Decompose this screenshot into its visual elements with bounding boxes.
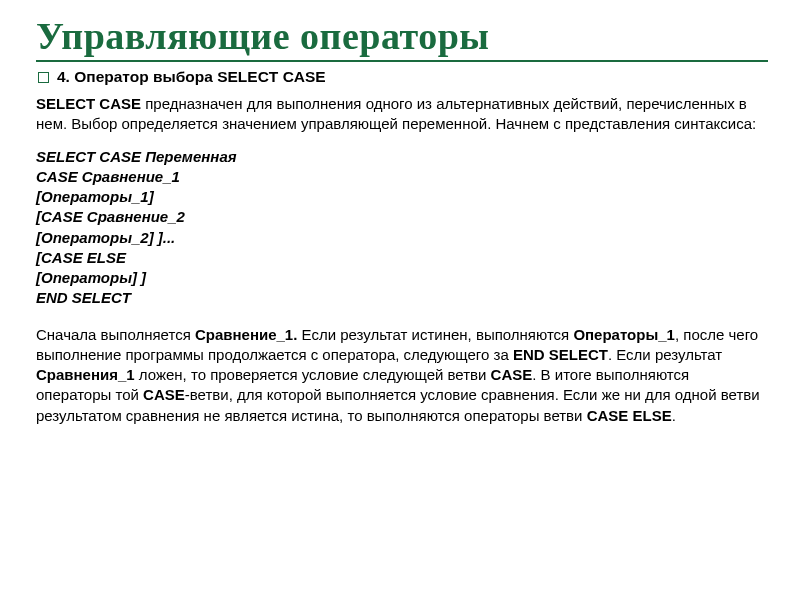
intro-lead: SELECT CASE [36,95,141,112]
expl-text: Если результат истинен, выполняются [297,326,573,343]
expl-text: ложен, то проверяется условие следующей … [135,366,491,383]
syntax-line: [Операторы_1] [36,187,768,207]
syntax-line: CASE Сравнение_1 [36,167,768,187]
expl-text: CASE [143,386,185,403]
intro-rest: предназначен для выполнения одного из ал… [36,95,756,132]
syntax-line: [Операторы] ] [36,268,768,288]
syntax-block: SELECT CASE Переменная CASE Сравнение_1 … [36,147,768,309]
explanation-paragraph: Сначала выполняется Сравнение_1. Если ре… [36,325,768,426]
expl-text: . Если результат [608,346,722,363]
subtitle-text: 4. Оператор выбора SELECT CASE [57,68,326,85]
expl-text: . [672,407,676,424]
expl-text: END SELECT [513,346,608,363]
expl-text: Сравнение_1. [195,326,297,343]
syntax-line: [CASE ELSE [36,248,768,268]
syntax-line: [CASE Сравнение_2 [36,207,768,227]
expl-text: Сначала выполняется [36,326,195,343]
bullet-icon [38,72,49,83]
expl-text: CASE ELSE [587,407,672,424]
intro-paragraph: SELECT CASE предназначен для выполнения … [36,94,768,135]
expl-text: CASE [491,366,533,383]
page-title: Управляющие операторы [36,14,768,62]
expl-text: Сравнения_1 [36,366,135,383]
syntax-line: END SELECT [36,288,768,308]
syntax-line: SELECT CASE Переменная [36,147,768,167]
section-subtitle: 4. Оператор выбора SELECT CASE [38,68,768,86]
slide: Управляющие операторы 4. Оператор выбора… [0,0,800,600]
syntax-line: [Операторы_2] ]... [36,228,768,248]
expl-text: Операторы_1 [573,326,675,343]
